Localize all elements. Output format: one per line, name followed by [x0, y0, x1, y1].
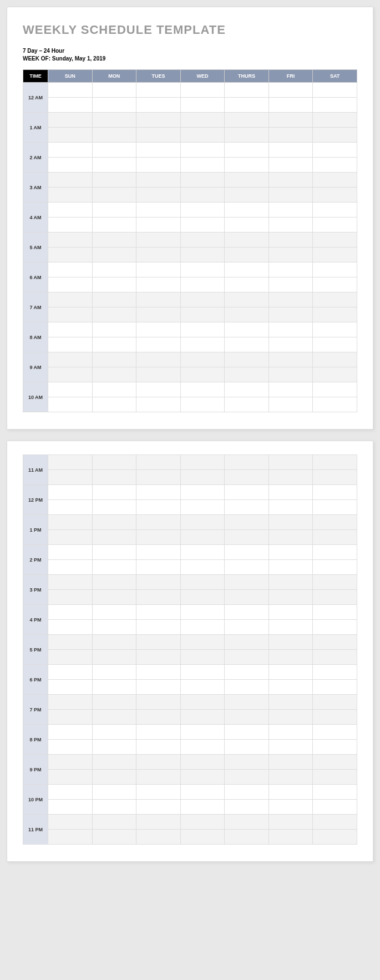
schedule-cell[interactable] [268, 530, 313, 545]
schedule-cell[interactable] [313, 590, 357, 605]
schedule-cell[interactable] [48, 382, 93, 397]
schedule-cell[interactable] [313, 262, 357, 277]
schedule-cell[interactable] [136, 710, 181, 725]
schedule-cell[interactable] [225, 620, 269, 635]
schedule-cell[interactable] [92, 367, 136, 382]
schedule-cell[interactable] [136, 98, 181, 113]
schedule-cell[interactable] [268, 113, 313, 128]
schedule-cell[interactable] [225, 382, 269, 397]
schedule-cell[interactable] [180, 455, 225, 470]
schedule-cell[interactable] [225, 515, 269, 530]
schedule-cell[interactable] [313, 307, 357, 322]
schedule-cell[interactable] [92, 292, 136, 307]
schedule-cell[interactable] [313, 367, 357, 382]
schedule-cell[interactable] [48, 173, 93, 188]
schedule-cell[interactable] [92, 247, 136, 262]
schedule-cell[interactable] [225, 635, 269, 650]
schedule-cell[interactable] [225, 545, 269, 560]
schedule-cell[interactable] [225, 665, 269, 680]
schedule-cell[interactable] [180, 113, 225, 128]
schedule-cell[interactable] [313, 83, 357, 98]
schedule-cell[interactable] [92, 530, 136, 545]
schedule-cell[interactable] [48, 143, 93, 158]
schedule-cell[interactable] [92, 262, 136, 277]
schedule-cell[interactable] [313, 710, 357, 725]
schedule-cell[interactable] [313, 695, 357, 710]
schedule-cell[interactable] [268, 830, 313, 845]
schedule-cell[interactable] [136, 188, 181, 203]
schedule-cell[interactable] [268, 143, 313, 158]
schedule-cell[interactable] [92, 143, 136, 158]
schedule-cell[interactable] [180, 292, 225, 307]
schedule-cell[interactable] [48, 113, 93, 128]
schedule-cell[interactable] [313, 800, 357, 815]
schedule-cell[interactable] [136, 485, 181, 500]
schedule-cell[interactable] [180, 277, 225, 292]
schedule-cell[interactable] [136, 575, 181, 590]
schedule-cell[interactable] [268, 382, 313, 397]
schedule-cell[interactable] [180, 470, 225, 485]
schedule-cell[interactable] [268, 710, 313, 725]
schedule-cell[interactable] [48, 695, 93, 710]
schedule-cell[interactable] [225, 98, 269, 113]
schedule-cell[interactable] [92, 397, 136, 412]
schedule-cell[interactable] [48, 470, 93, 485]
schedule-cell[interactable] [225, 218, 269, 233]
schedule-cell[interactable] [136, 695, 181, 710]
schedule-cell[interactable] [48, 500, 93, 515]
schedule-cell[interactable] [268, 277, 313, 292]
schedule-cell[interactable] [92, 158, 136, 173]
schedule-cell[interactable] [48, 815, 93, 830]
schedule-cell[interactable] [48, 83, 93, 98]
schedule-cell[interactable] [180, 830, 225, 845]
schedule-cell[interactable] [136, 665, 181, 680]
schedule-cell[interactable] [48, 188, 93, 203]
schedule-cell[interactable] [136, 650, 181, 665]
schedule-cell[interactable] [136, 158, 181, 173]
schedule-cell[interactable] [136, 800, 181, 815]
schedule-cell[interactable] [48, 710, 93, 725]
schedule-cell[interactable] [136, 635, 181, 650]
schedule-cell[interactable] [180, 755, 225, 770]
schedule-cell[interactable] [180, 680, 225, 695]
schedule-cell[interactable] [136, 143, 181, 158]
schedule-cell[interactable] [136, 770, 181, 785]
schedule-cell[interactable] [268, 337, 313, 352]
schedule-cell[interactable] [180, 337, 225, 352]
schedule-cell[interactable] [313, 382, 357, 397]
schedule-cell[interactable] [268, 650, 313, 665]
schedule-cell[interactable] [225, 605, 269, 620]
schedule-cell[interactable] [268, 203, 313, 218]
schedule-cell[interactable] [225, 695, 269, 710]
schedule-cell[interactable] [92, 470, 136, 485]
schedule-cell[interactable] [268, 485, 313, 500]
schedule-cell[interactable] [136, 277, 181, 292]
schedule-cell[interactable] [92, 710, 136, 725]
schedule-cell[interactable] [180, 158, 225, 173]
schedule-cell[interactable] [92, 98, 136, 113]
schedule-cell[interactable] [92, 680, 136, 695]
schedule-cell[interactable] [225, 113, 269, 128]
schedule-cell[interactable] [92, 233, 136, 247]
schedule-cell[interactable] [268, 322, 313, 337]
schedule-cell[interactable] [92, 740, 136, 755]
schedule-cell[interactable] [136, 530, 181, 545]
schedule-cell[interactable] [180, 247, 225, 262]
schedule-cell[interactable] [180, 530, 225, 545]
schedule-cell[interactable] [180, 605, 225, 620]
schedule-cell[interactable] [225, 830, 269, 845]
schedule-cell[interactable] [180, 143, 225, 158]
schedule-cell[interactable] [48, 292, 93, 307]
schedule-cell[interactable] [136, 367, 181, 382]
schedule-cell[interactable] [268, 590, 313, 605]
schedule-cell[interactable] [268, 455, 313, 470]
schedule-cell[interactable] [180, 665, 225, 680]
schedule-cell[interactable] [225, 680, 269, 695]
schedule-cell[interactable] [136, 233, 181, 247]
schedule-cell[interactable] [313, 143, 357, 158]
schedule-cell[interactable] [48, 590, 93, 605]
schedule-cell[interactable] [225, 188, 269, 203]
schedule-cell[interactable] [313, 620, 357, 635]
schedule-cell[interactable] [225, 815, 269, 830]
schedule-cell[interactable] [225, 800, 269, 815]
